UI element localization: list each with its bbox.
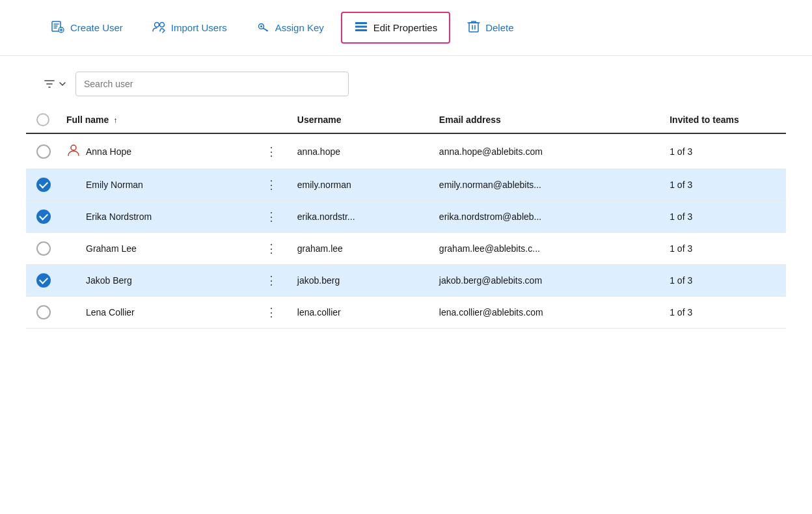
row-email: jakob.berg@ablebits.com (431, 265, 662, 297)
row-teams: 1 of 3 (662, 265, 786, 297)
row-email: anna.hope@ablebits.com (431, 133, 662, 169)
row-username: erika.nordstr... (290, 201, 431, 233)
row-select-cell[interactable] (26, 201, 59, 233)
table-header-row: Full name ↑ Username Email address Invit… (26, 107, 786, 133)
svg-point-5 (260, 25, 262, 27)
row-context-menu-cell[interactable]: ⋮ (254, 297, 290, 329)
row-context-menu-cell[interactable]: ⋮ (254, 169, 290, 201)
row-select-cell[interactable] (26, 265, 59, 297)
row-username: graham.lee (290, 233, 431, 265)
row-email: erika.nordstrom@ableb... (431, 201, 662, 233)
table-row[interactable]: Anna Hope⋮anna.hopeanna.hope@ablebits.co… (26, 133, 786, 169)
users-table: Full name ↑ Username Email address Invit… (26, 107, 786, 329)
delete-button[interactable]: Delete (455, 13, 525, 42)
table-row[interactable]: Lena Collier⋮lena.collierlena.collier@ab… (26, 297, 786, 329)
row-fullname: Anna Hope (59, 133, 254, 169)
row-fullname: Lena Collier (59, 297, 254, 329)
row-context-menu-cell[interactable]: ⋮ (254, 233, 290, 265)
svg-rect-6 (355, 22, 367, 24)
row-email: emily.norman@ablebits... (431, 169, 662, 201)
table-row[interactable]: Jakob Berg⋮jakob.bergjakob.berg@ablebits… (26, 265, 786, 297)
col-header-username[interactable]: Username (290, 107, 431, 133)
row-select-cell[interactable] (26, 297, 59, 329)
row-select-cell[interactable] (26, 169, 59, 201)
import-users-button[interactable]: Import Users (140, 13, 239, 42)
filter-icon (43, 77, 56, 90)
row-context-menu-button[interactable]: ⋮ (262, 210, 282, 224)
row-context-menu-button[interactable]: ⋮ (262, 178, 282, 192)
table-row[interactable]: Graham Lee⋮graham.leegraham.lee@ablebits… (26, 233, 786, 265)
row-teams: 1 of 3 (662, 233, 786, 265)
row-fullname: Emily Norman (59, 169, 254, 201)
row-checkbox[interactable] (36, 178, 51, 192)
svg-point-10 (71, 145, 76, 150)
table-row[interactable]: Emily Norman⋮emily.normanemily.norman@ab… (26, 169, 786, 201)
svg-rect-9 (469, 23, 478, 32)
table-container: Full name ↑ Username Email address Invit… (0, 107, 812, 329)
row-email: graham.lee@ablebits.c... (431, 233, 662, 265)
assign-key-button[interactable]: Assign Key (244, 13, 336, 42)
edit-properties-button[interactable]: Edit Properties (341, 12, 450, 44)
delete-icon (467, 20, 480, 36)
chevron-down-icon (59, 80, 66, 88)
row-select-cell[interactable] (26, 233, 59, 265)
edit-properties-label: Edit Properties (373, 22, 437, 33)
row-fullname: Graham Lee (59, 233, 254, 265)
svg-rect-7 (355, 26, 367, 28)
create-user-button[interactable]: Create User (39, 13, 135, 42)
table-row[interactable]: Erika Nordstrom⋮erika.nordstr...erika.no… (26, 201, 786, 233)
row-username: jakob.berg (290, 265, 431, 297)
col-header-select (26, 107, 59, 133)
col-header-teams[interactable]: Invited to teams (662, 107, 786, 133)
create-user-icon (51, 20, 65, 36)
toolbar: Create UserImport UsersAssign KeyEdit Pr… (0, 0, 812, 56)
row-teams: 1 of 3 (662, 169, 786, 201)
row-username: emily.norman (290, 169, 431, 201)
row-username: lena.collier (290, 297, 431, 329)
create-user-label: Create User (70, 22, 123, 33)
row-teams: 1 of 3 (662, 201, 786, 233)
row-checkbox[interactable] (36, 210, 51, 224)
row-context-menu-cell[interactable]: ⋮ (254, 265, 290, 297)
user-fullname-text: Graham Lee (86, 243, 137, 254)
row-fullname: Erika Nordstrom (59, 201, 254, 233)
edit-properties-icon (354, 20, 368, 36)
row-checkbox[interactable] (36, 241, 51, 256)
search-input[interactable] (75, 72, 349, 96)
row-username: anna.hope (290, 133, 431, 169)
svg-rect-8 (355, 29, 367, 31)
filter-area (0, 56, 812, 107)
user-fullname-text: Erika Nordstrom (86, 211, 152, 222)
row-teams: 1 of 3 (662, 297, 786, 329)
sort-arrow-fullname: ↑ (113, 116, 117, 125)
col-header-menu (254, 107, 290, 133)
user-fullname-text: Anna Hope (86, 146, 131, 157)
header-select-circle[interactable] (36, 113, 49, 126)
svg-point-3 (159, 23, 164, 27)
user-fullname-text: Emily Norman (86, 180, 143, 190)
row-checkbox[interactable] (36, 273, 51, 288)
row-context-menu-cell[interactable]: ⋮ (254, 133, 290, 169)
col-header-fullname[interactable]: Full name ↑ (59, 107, 254, 133)
row-context-menu-button[interactable]: ⋮ (262, 241, 282, 256)
row-checkbox[interactable] (36, 305, 51, 319)
row-context-menu-button[interactable]: ⋮ (262, 144, 282, 159)
row-context-menu-button[interactable]: ⋮ (262, 273, 282, 288)
assign-key-icon (256, 20, 270, 36)
user-avatar-icon (66, 142, 81, 160)
row-email: lena.collier@ablebits.com (431, 297, 662, 329)
svg-point-2 (154, 23, 159, 27)
assign-key-label: Assign Key (275, 22, 324, 33)
row-select-cell[interactable] (26, 133, 59, 169)
filter-button[interactable] (39, 75, 70, 93)
row-teams: 1 of 3 (662, 133, 786, 169)
row-context-menu-cell[interactable]: ⋮ (254, 201, 290, 233)
import-users-label: Import Users (171, 22, 227, 33)
user-fullname-text: Jakob Berg (86, 275, 132, 286)
row-fullname: Jakob Berg (59, 265, 254, 297)
row-checkbox[interactable] (36, 144, 51, 159)
col-header-email[interactable]: Email address (431, 107, 662, 133)
user-fullname-text: Lena Collier (86, 307, 135, 318)
row-context-menu-button[interactable]: ⋮ (262, 305, 282, 319)
delete-label: Delete (485, 22, 513, 33)
